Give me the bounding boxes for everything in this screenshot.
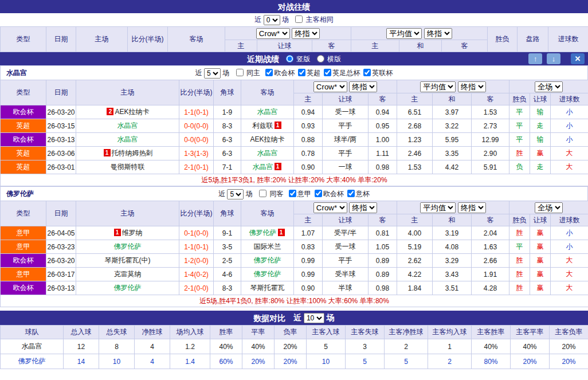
team1-asia-stage-select[interactable]: 终指: [349, 81, 377, 92]
result-cell: 胜: [509, 254, 530, 268]
col-handicap-path: 盘路: [518, 27, 548, 52]
euro-home-odds-cell: 4.00: [397, 226, 433, 240]
euro-draw-odds-cell: 5.95: [433, 133, 472, 147]
team-link[interactable]: 琴斯托霍瓦: [250, 284, 285, 292]
team1-header-row1: 类型 日期 主场 比分(半场) 角球 客场 Crow* 终指 平均值 终指 全场: [1, 80, 588, 93]
team-link[interactable]: 国际米兰: [254, 242, 281, 250]
team1-bookmaker-select[interactable]: Crow*: [313, 81, 347, 92]
euro-avg-select[interactable]: 平均值: [386, 28, 422, 39]
team-link[interactable]: 琴斯托霍瓦(中): [105, 256, 151, 264]
team2-asia-stage-select[interactable]: 终指: [349, 202, 377, 213]
team1-matches-table: 类型 日期 主场 比分(半场) 角球 客场 Crow* 终指 平均值 终指 全场…: [0, 80, 588, 186]
league-checkbox[interactable]: [289, 190, 296, 197]
team1-same-side-checkbox[interactable]: [236, 69, 244, 76]
team2-same-side-filter[interactable]: 同客: [259, 190, 285, 198]
home-team-cell: 1维罗纳: [76, 226, 179, 240]
team1-same-side-filter[interactable]: 同主: [236, 69, 262, 77]
h2h-count-select[interactable]: 0: [264, 15, 280, 25]
team-link[interactable]: AEK拉纳卡: [250, 135, 284, 143]
match-row: 欧会杯26-03-20琴斯托霍瓦(中)1-2(0-0)2-5佛罗伦萨0.99平手…: [1, 254, 588, 268]
league-checkbox[interactable]: [363, 69, 371, 76]
team-link[interactable]: 佛罗伦萨: [254, 270, 281, 278]
team-link[interactable]: 佛罗伦萨: [114, 284, 142, 292]
team1-scope-select[interactable]: 全场: [535, 81, 563, 92]
compare-value-cell: 20%: [275, 339, 307, 354]
team1-count-select[interactable]: 5: [204, 68, 221, 79]
team1-euro-avg-select[interactable]: 平均值: [420, 81, 456, 92]
asia-home-odds-cell: 0.88: [294, 133, 323, 147]
team2-name[interactable]: 佛罗伦萨: [6, 187, 34, 201]
asia-away-odds-cell: 0.89: [369, 254, 397, 268]
team-link[interactable]: 水晶宫: [117, 135, 138, 143]
league-checkbox[interactable]: [298, 69, 305, 76]
team-link[interactable]: 佛罗伦萨: [249, 229, 277, 237]
team-link[interactable]: 水晶宫: [117, 122, 138, 130]
score-cell: 2-1(0-0): [179, 281, 214, 295]
league-filter[interactable]: 意甲: [289, 190, 311, 198]
home-team-cell: 水晶宫: [76, 119, 179, 133]
compare-count-select[interactable]: 10: [304, 313, 324, 323]
bookmaker-select[interactable]: Crow*: [256, 28, 290, 39]
away-team-cell: 佛罗伦萨1: [241, 226, 294, 240]
team2-euro-stage-select[interactable]: 终指: [458, 202, 486, 213]
compare-value-cell: 14: [64, 354, 99, 369]
euro-home-odds-cell: 2.46: [397, 147, 433, 160]
team-link[interactable]: 托特纳姆热刺: [112, 149, 153, 157]
compare-team-cell: 水晶宫: [1, 339, 64, 354]
league-checkbox[interactable]: [324, 69, 331, 76]
team-link[interactable]: 曼彻斯特联: [111, 163, 145, 171]
close-button[interactable]: ✕: [571, 53, 585, 64]
move-up-button[interactable]: ↑: [528, 53, 542, 64]
league-filter[interactable]: 英超: [298, 69, 320, 77]
team-link[interactable]: 水晶宫: [253, 163, 273, 171]
column-header: 平率: [242, 326, 275, 339]
vertical-radio[interactable]: [286, 55, 293, 62]
team1-name[interactable]: 水晶宫: [6, 66, 27, 80]
team-link[interactable]: 维罗纳: [122, 229, 143, 237]
team-link[interactable]: 水晶宫: [257, 108, 278, 116]
league-filter[interactable]: 英足总杯: [324, 69, 360, 77]
team-link[interactable]: 佛罗伦萨: [254, 256, 281, 264]
euro-home-odds-cell: 1.84: [397, 281, 433, 295]
team2-count-select[interactable]: 5: [227, 189, 244, 199]
league-filter[interactable]: 英联杯: [363, 69, 393, 77]
move-down-button[interactable]: ↓: [547, 53, 560, 64]
euro-stage-select[interactable]: 终指: [424, 28, 452, 39]
near-label: 近: [293, 313, 301, 322]
same-venue-filter[interactable]: 主客相同: [295, 15, 333, 23]
euro-away-odds-cell: 5.91: [472, 160, 509, 174]
layout-vertical-option[interactable]: 竖版: [286, 55, 312, 63]
league-checkbox[interactable]: [315, 190, 322, 197]
column-header: 主客净胜球: [385, 326, 428, 339]
team2-euro-avg-select[interactable]: 平均值: [420, 202, 456, 213]
home-team-cell: 2AEK拉纳卡: [76, 105, 179, 119]
team-link[interactable]: 佛罗伦萨: [114, 242, 142, 250]
euro-draw-odds-cell: 3.22: [433, 119, 472, 133]
league-filter[interactable]: 意杯: [347, 190, 370, 198]
asia-odds-group: Crow* 终指: [225, 27, 351, 40]
compare-value-cell: 2: [385, 339, 428, 354]
euro-draw-odds-cell: 3.29: [433, 254, 472, 268]
team-link[interactable]: 水晶宫: [257, 149, 278, 157]
corner-cell: 6-3: [214, 147, 241, 160]
team-link[interactable]: 克雷莫纳: [114, 270, 142, 278]
team1-euro-stage-select[interactable]: 终指: [458, 81, 486, 92]
horizontal-radio[interactable]: [317, 55, 324, 62]
compare-value-cell: 60%: [210, 354, 242, 369]
league-checkbox[interactable]: [347, 190, 355, 197]
asia-away-odds-cell: 0.81: [369, 226, 397, 240]
layout-horizontal-option[interactable]: 横版: [317, 55, 341, 63]
date-cell: 26-03-13: [46, 133, 76, 147]
asia-stage-select[interactable]: 终指: [292, 28, 320, 39]
same-venue-checkbox[interactable]: [295, 15, 303, 23]
team-link[interactable]: 利兹联: [253, 122, 273, 130]
league-filter[interactable]: 欧会杯: [315, 190, 344, 198]
col-goals: 进球数: [551, 214, 588, 226]
team2-bookmaker-select[interactable]: Crow*: [313, 202, 347, 213]
team2-scope-select[interactable]: 全场: [535, 202, 563, 213]
league-checkbox[interactable]: [265, 69, 273, 76]
team2-same-side-checkbox[interactable]: [259, 190, 266, 197]
euro-draw-odds-cell: 3.51: [433, 281, 472, 295]
team-link[interactable]: AEK拉纳卡: [115, 108, 149, 116]
league-filter[interactable]: 欧会杯: [265, 69, 295, 77]
